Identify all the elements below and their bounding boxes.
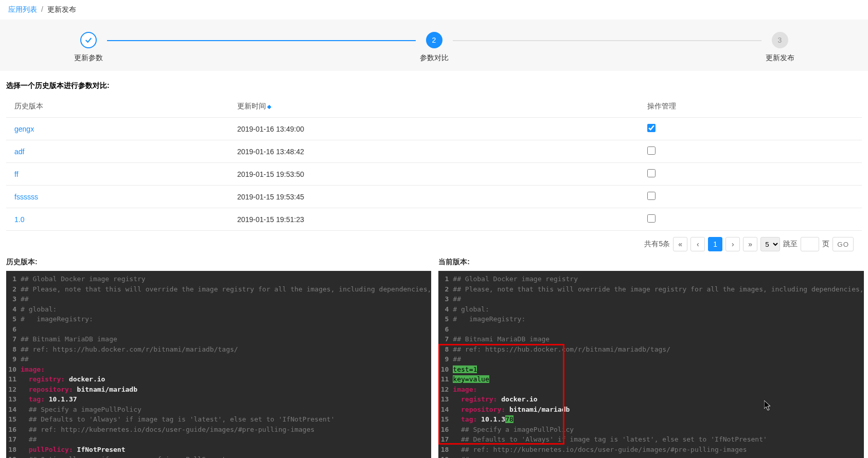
line-number: 19 <box>6 454 21 458</box>
version-table: 历史版本 更新时间◆ 操作管理 gengx2019-01-16 13:49:00… <box>6 96 862 231</box>
line-content: key=value <box>453 374 863 384</box>
breadcrumb-sep: / <box>41 5 43 13</box>
version-time: 2019-01-16 13:48:42 <box>229 140 639 163</box>
breadcrumb-root-link[interactable]: 应用列表 <box>8 5 37 13</box>
line-content: ## Defaults to 'Always' if image tag is … <box>453 434 863 445</box>
code-line: 7## Bitnami MariaDB image <box>6 334 431 344</box>
code-line: 1## Global Docker image registry <box>438 274 863 284</box>
line-number: 13 <box>438 394 453 405</box>
version-link[interactable]: 1.0 <box>14 215 24 224</box>
line-number: 16 <box>438 425 453 435</box>
line-content: ## <box>453 454 863 458</box>
version-link[interactable]: gengx <box>14 125 34 133</box>
line-number: 14 <box>6 405 21 415</box>
line-number: 2 <box>6 284 21 295</box>
prev-page-button[interactable]: ‹ <box>690 237 705 251</box>
line-content: ## Specify a imagePullPolicy <box>21 405 431 415</box>
go-button[interactable]: GO <box>832 237 854 251</box>
code-line: 10test=1 <box>438 364 863 375</box>
total-label: 共有5条 <box>644 240 670 249</box>
last-page-button[interactable]: » <box>743 237 757 251</box>
line-content: # imageRegistry: <box>453 314 863 324</box>
code-line: 7## Bitnami MariaDB image <box>438 334 863 344</box>
code-line: 13 registry: docker.io <box>438 394 863 405</box>
line-number: 17 <box>438 434 453 445</box>
line-content <box>453 324 863 335</box>
jump-page-input[interactable] <box>801 237 819 251</box>
line-content: ## <box>453 294 863 304</box>
code-line: 2## Please, note that this will override… <box>438 284 863 295</box>
select-version-checkbox[interactable] <box>647 214 656 223</box>
line-number: 7 <box>438 334 453 344</box>
line-number: 15 <box>438 414 453 425</box>
line-number: 7 <box>6 334 21 344</box>
line-content: ## Bitnami MariaDB image <box>453 334 863 344</box>
pagination: 共有5条 « ‹ 1 › » 5 跳至 页 GO <box>6 231 862 258</box>
line-number: 3 <box>438 294 453 304</box>
line-number: 11 <box>438 374 453 384</box>
select-version-title: 选择一个历史版本进行参数对比: <box>6 81 862 90</box>
line-number: 9 <box>6 354 21 364</box>
next-page-button[interactable]: › <box>725 237 740 251</box>
sort-icon[interactable]: ◆ <box>267 103 271 109</box>
table-row: ff2019-01-15 19:53:50 <box>6 163 862 186</box>
page-1-button[interactable]: 1 <box>708 237 722 251</box>
line-content: ## Please, note that this will override … <box>453 284 863 295</box>
step-line-1 <box>107 40 416 41</box>
code-line: 10image: <box>6 364 431 375</box>
step-1: 更新参数 <box>74 32 103 63</box>
page-size-select[interactable]: 5 <box>760 237 780 251</box>
line-number: 10 <box>6 364 21 375</box>
line-number: 10 <box>438 364 453 375</box>
line-content: ## Optionally specify an array of imageP… <box>21 454 431 458</box>
first-page-button[interactable]: « <box>673 237 687 251</box>
th-op[interactable]: 操作管理 <box>639 96 862 118</box>
line-number: 12 <box>438 384 453 395</box>
line-content: registry: docker.io <box>453 394 863 405</box>
line-content: test=1 <box>453 364 863 375</box>
line-number: 5 <box>6 314 21 324</box>
current-version-title: 当前版本: <box>438 258 863 267</box>
code-line: 12 repository: bitnami/mariadb <box>6 384 431 395</box>
line-content: repository: bitnami/mariadb <box>453 405 863 415</box>
line-number: 1 <box>438 274 453 284</box>
line-number: 8 <box>6 344 21 355</box>
line-content: # imageRegistry: <box>21 314 431 324</box>
code-line: 5# imageRegistry: <box>6 314 431 324</box>
jump-label: 跳至 <box>783 240 798 249</box>
code-line: 9## <box>438 354 863 364</box>
select-version-checkbox[interactable] <box>647 124 656 132</box>
th-version[interactable]: 历史版本 <box>6 96 229 118</box>
version-link[interactable]: fssssss <box>14 193 38 201</box>
code-line: 14 ## Specify a imagePullPolicy <box>6 405 431 415</box>
table-row: adf2019-01-16 13:48:42 <box>6 140 862 163</box>
code-line: 8## ref: https://hub.docker.com/r/bitnam… <box>438 344 863 355</box>
code-line: 4# global: <box>438 304 863 315</box>
code-line: 8## ref: https://hub.docker.com/r/bitnam… <box>6 344 431 355</box>
select-version-checkbox[interactable] <box>647 169 656 177</box>
th-time[interactable]: 更新时间◆ <box>229 96 639 118</box>
line-number: 19 <box>438 454 453 458</box>
code-line: 2## Please, note that this will override… <box>6 284 431 295</box>
current-code-panel[interactable]: 1## Global Docker image registry2## Plea… <box>438 271 863 458</box>
line-number: 14 <box>438 405 453 415</box>
version-link[interactable]: ff <box>14 170 19 178</box>
select-version-checkbox[interactable] <box>647 192 656 200</box>
code-line: 6 <box>438 324 863 335</box>
version-link[interactable]: adf <box>14 148 24 156</box>
line-number: 13 <box>6 394 21 405</box>
breadcrumb-current: 更新发布 <box>47 5 76 13</box>
line-number: 17 <box>6 434 21 445</box>
code-line: 9## <box>6 354 431 364</box>
line-content: ## ref: http://kubernetes.io/docs/user-g… <box>453 445 863 455</box>
select-version-checkbox[interactable] <box>647 146 656 155</box>
code-line: 6 <box>6 324 431 335</box>
line-number: 11 <box>6 374 21 384</box>
line-number: 6 <box>438 324 453 335</box>
version-time: 2019-01-16 13:49:00 <box>229 118 639 140</box>
history-code-panel[interactable]: 1## Global Docker image registry2## Plea… <box>6 271 431 458</box>
line-content: ## Global Docker image registry <box>453 274 863 284</box>
line-number: 18 <box>438 445 453 455</box>
diff-container: 历史版本: 1## Global Docker image registry2#… <box>6 258 862 458</box>
line-content: ## ref: https://hub.docker.com/r/bitnami… <box>453 344 863 355</box>
